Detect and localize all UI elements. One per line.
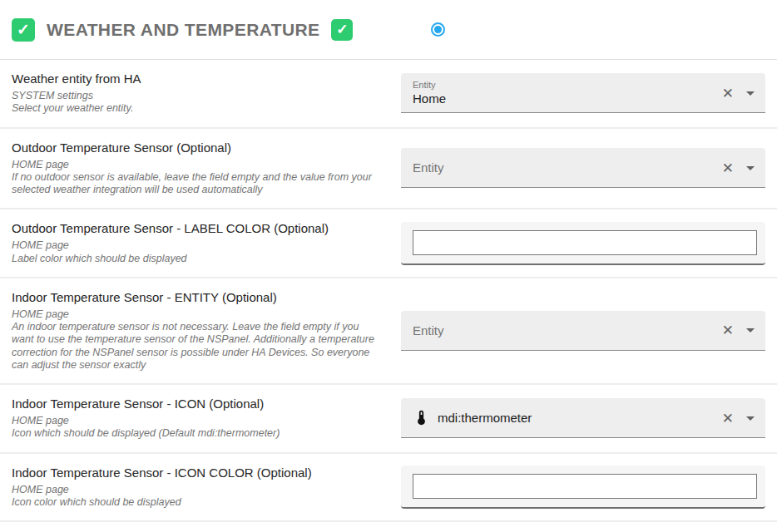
field-description: Select your weather entity.: [12, 102, 383, 115]
field-title: Indoor Temperature Sensor - ICON (Option…: [12, 397, 383, 411]
select-placeholder: Entity: [413, 160, 444, 175]
settings-row-indoor-icon: Indoor Temperature Sensor - ICON (Option…: [0, 385, 777, 454]
field-scope: HOME page: [12, 308, 383, 321]
field-scope: SYSTEM settings: [12, 90, 383, 102]
section-title: WEATHER AND TEMPERATURE: [47, 20, 319, 40]
chevron-down-icon[interactable]: [746, 91, 755, 96]
settings-row-weather-entity: Weather entity from HA SYSTEM settings S…: [0, 60, 777, 129]
indoor-icon-select[interactable]: mdi:thermometer ✕: [401, 398, 765, 438]
field-title: Indoor Temperature Sensor - ENTITY (Opti…: [12, 290, 383, 304]
text-field-container: [401, 466, 765, 509]
chevron-down-icon[interactable]: [746, 166, 755, 170]
field-scope: HOME page: [12, 415, 383, 427]
field-control: Entity ✕: [401, 148, 765, 188]
field-title: Outdoor Temperature Sensor (Optional): [12, 140, 383, 155]
field-text-block: Weather entity from HA SYSTEM settings S…: [0, 68, 401, 119]
chevron-down-icon[interactable]: [746, 416, 755, 421]
field-scope: HOME page: [12, 239, 383, 252]
section-header: ✓ WEATHER AND TEMPERATURE ✓: [0, 0, 777, 60]
select-floating-label: Entity: [413, 80, 446, 90]
clear-icon[interactable]: ✕: [722, 411, 734, 425]
outdoor-entity-select[interactable]: Entity ✕: [401, 148, 765, 188]
section-checkbox-secondary[interactable]: ✓: [331, 19, 353, 41]
field-description: Icon color which should be displayed: [12, 496, 383, 509]
radio-dot-icon: [434, 26, 442, 33]
field-control: Entity ✕: [401, 311, 765, 351]
settings-row-indoor-entity: Indoor Temperature Sensor - ENTITY (Opti…: [0, 278, 777, 385]
field-text-block: Indoor Temperature Sensor - ICON COLOR (…: [0, 462, 401, 513]
settings-row-indoor-label-color: Indoor Temperature Sensor - LABEL COLOR …: [0, 522, 777, 532]
outdoor-label-color-input[interactable]: [413, 230, 757, 255]
field-title: Indoor Temperature Sensor - ICON COLOR (…: [12, 466, 383, 480]
field-description: Label color which should be displayed: [12, 253, 383, 265]
field-control: Entity Home ✕: [401, 73, 765, 113]
clear-icon[interactable]: ✕: [722, 160, 734, 175]
select-value: mdi:thermometer: [438, 411, 532, 425]
select-placeholder: Entity: [413, 323, 444, 337]
settings-row-indoor-icon-color: Indoor Temperature Sensor - ICON COLOR (…: [0, 454, 777, 523]
indoor-icon-color-input[interactable]: [413, 474, 757, 499]
field-scope: HOME page: [12, 159, 383, 171]
weather-entity-select[interactable]: Entity Home ✕: [401, 73, 765, 113]
thermometer-icon: [413, 409, 430, 426]
section-enabled-checkbox[interactable]: ✓: [12, 18, 35, 42]
field-control: [401, 466, 765, 509]
field-text-block: Outdoor Temperature Sensor (Optional) HO…: [0, 137, 401, 200]
chevron-down-icon[interactable]: [746, 328, 755, 332]
text-field-container: [401, 222, 765, 265]
field-description: If no outdoor sensor is available, leave…: [12, 171, 383, 197]
field-control: mdi:thermometer ✕: [401, 398, 765, 438]
check-icon: ✓: [336, 21, 348, 38]
field-title: Weather entity from HA: [12, 71, 383, 86]
clear-icon[interactable]: ✕: [722, 323, 734, 337]
field-text-block: Indoor Temperature Sensor - ENTITY (Opti…: [0, 287, 401, 375]
section-radio-button[interactable]: [431, 22, 445, 37]
check-icon: ✓: [17, 20, 30, 39]
settings-row-outdoor-label-color: Outdoor Temperature Sensor - LABEL COLOR…: [0, 209, 777, 278]
field-text-block: Indoor Temperature Sensor - ICON (Option…: [0, 393, 401, 444]
select-value: Home: [413, 91, 446, 106]
settings-row-outdoor-sensor: Outdoor Temperature Sensor (Optional) HO…: [0, 129, 777, 210]
field-title: Outdoor Temperature Sensor - LABEL COLOR…: [12, 221, 383, 235]
field-description: An indoor temperature sensor is not nece…: [12, 321, 383, 372]
indoor-entity-select[interactable]: Entity ✕: [401, 311, 765, 351]
field-scope: HOME page: [12, 484, 383, 496]
clear-icon[interactable]: ✕: [722, 86, 734, 100]
field-control: [401, 222, 765, 265]
field-description: Icon which should be displayed (Default …: [12, 427, 383, 440]
field-text-block: Outdoor Temperature Sensor - LABEL COLOR…: [0, 218, 401, 268]
